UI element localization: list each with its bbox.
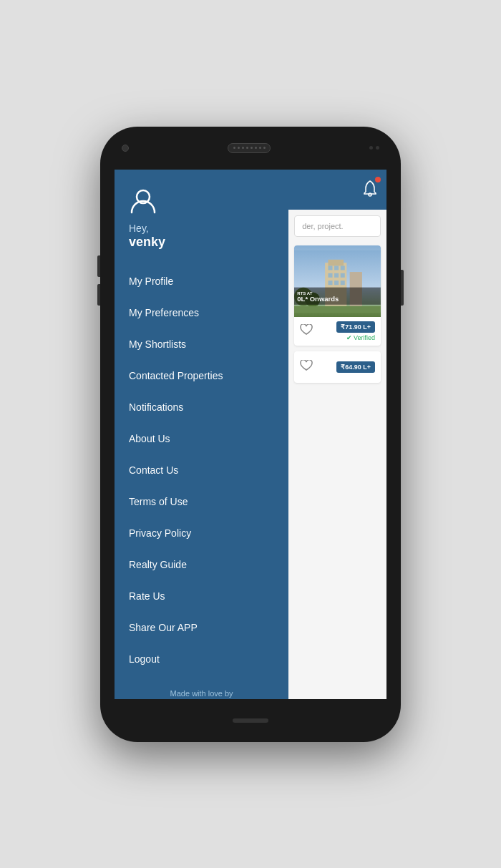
svg-rect-13 bbox=[329, 265, 333, 270]
search-bar[interactable]: der, project. bbox=[294, 215, 381, 237]
menu-item-contacted-properties[interactable]: Contacted Properties bbox=[115, 360, 288, 391]
svg-rect-17 bbox=[334, 273, 339, 277]
menu-item-my-shortlists[interactable]: My Shortlists bbox=[115, 328, 288, 360]
menu-items-list: My Profile My Preferences My Shortlists … bbox=[115, 265, 288, 675]
power-button bbox=[401, 270, 404, 306]
verified-badge-1: ✔ Verified bbox=[346, 334, 375, 341]
led-indicators bbox=[369, 146, 379, 150]
notification-badge bbox=[375, 177, 381, 182]
svg-rect-18 bbox=[341, 273, 345, 277]
svg-rect-12 bbox=[329, 259, 344, 265]
property-building-svg: RTS AT 0L* Onwards bbox=[294, 245, 381, 317]
svg-rect-21 bbox=[341, 281, 345, 285]
menu-item-notifications[interactable]: Notifications bbox=[115, 391, 288, 423]
svg-rect-25 bbox=[294, 306, 381, 312]
search-placeholder-text: der, project. bbox=[302, 222, 343, 230]
property-card-2: ₹64.90 L+ bbox=[294, 351, 381, 383]
volume-buttons bbox=[97, 255, 100, 306]
phone-bottom-bar bbox=[100, 699, 401, 742]
property-card-1-footer: ₹71.90 L+ ✔ Verified bbox=[294, 317, 381, 346]
svg-rect-19 bbox=[329, 281, 333, 285]
menu-item-logout[interactable]: Logout bbox=[115, 643, 288, 675]
notification-bell-container[interactable] bbox=[362, 180, 378, 200]
menu-item-realty-guide[interactable]: Realty Guide bbox=[115, 549, 288, 580]
svg-rect-15 bbox=[341, 265, 345, 270]
username-text: venky bbox=[129, 234, 274, 250]
property-image-1: RTS AT 0L* Onwards bbox=[294, 245, 381, 317]
heart-icon-2[interactable] bbox=[300, 356, 313, 379]
svg-text:0L* Onwards: 0L* Onwards bbox=[298, 295, 339, 303]
menu-header: Hey, venky bbox=[115, 170, 288, 265]
price-badge-1: ₹71.90 L+ bbox=[336, 321, 375, 333]
property-card-2-footer: ₹64.90 L+ bbox=[294, 351, 381, 383]
svg-point-9 bbox=[369, 193, 371, 196]
menu-item-terms-of-use[interactable]: Terms of Use bbox=[115, 486, 288, 517]
svg-rect-14 bbox=[334, 265, 339, 270]
menu-item-contact-us[interactable]: Contact Us bbox=[115, 454, 288, 486]
menu-item-about-us[interactable]: About Us bbox=[115, 423, 288, 454]
menu-item-share-our-app[interactable]: Share Our APP bbox=[115, 612, 288, 643]
svg-rect-16 bbox=[329, 273, 333, 277]
phone-device: Hey, venky My Profile My Preferences My … bbox=[100, 127, 401, 742]
menu-item-rate-us[interactable]: Rate Us bbox=[115, 580, 288, 612]
svg-rect-20 bbox=[334, 281, 339, 285]
volume-up-button bbox=[97, 255, 100, 277]
greeting-text: Hey, bbox=[129, 223, 274, 235]
menu-item-privacy-policy[interactable]: Privacy Policy bbox=[115, 517, 288, 549]
right-header bbox=[288, 170, 386, 210]
volume-down-button bbox=[97, 284, 100, 306]
user-avatar-icon bbox=[129, 187, 157, 215]
made-with-love-text: Made with love by bbox=[170, 689, 233, 698]
front-camera-icon bbox=[122, 145, 129, 152]
menu-item-my-profile[interactable]: My Profile bbox=[115, 265, 288, 297]
menu-footer: Made with love by EMBLEM bbox=[115, 675, 288, 699]
property-card-1: RTS AT 0L* Onwards ₹71.90 L+ bbox=[294, 245, 381, 346]
price-badge-2: ₹64.90 L+ bbox=[336, 361, 375, 373]
phone-screen: Hey, venky My Profile My Preferences My … bbox=[115, 170, 386, 699]
nav-menu-panel: Hey, venky My Profile My Preferences My … bbox=[115, 170, 288, 699]
phone-top-bar bbox=[100, 127, 401, 170]
home-indicator bbox=[233, 718, 268, 723]
heart-icon-1[interactable] bbox=[300, 324, 313, 338]
right-content-panel: der, project. bbox=[288, 170, 386, 699]
menu-item-my-preferences[interactable]: My Preferences bbox=[115, 297, 288, 328]
speaker-grille bbox=[228, 143, 271, 153]
